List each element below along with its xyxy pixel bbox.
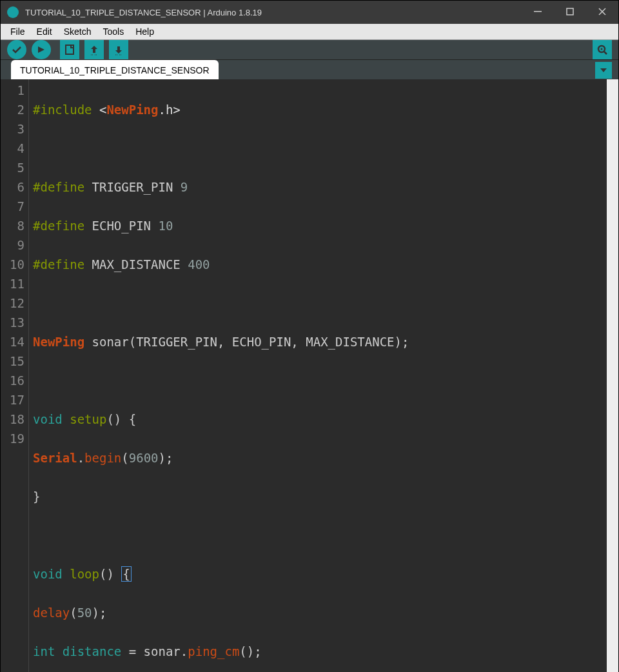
tab-menu-button[interactable] [595,62,612,79]
line-number: 8 [1,216,28,235]
line-number: 13 [1,313,28,332]
line-number: 14 [1,332,28,351]
editor-vertical-scrollbar[interactable] [607,79,618,672]
menu-tools[interactable]: Tools [97,24,130,39]
line-number: 2 [1,100,28,119]
line-number: 12 [1,293,28,313]
line-number: 4 [1,139,28,158]
maximize-button[interactable] [554,1,586,24]
svg-marker-6 [91,46,97,49]
line-number: 11 [1,274,28,293]
svg-marker-10 [115,50,122,54]
tabbar: TUTORIAL_10_TRIPLE_DISTANCE_SENSOR [1,59,618,79]
line-number: 5 [1,158,28,177]
line-number: 7 [1,197,28,216]
svg-line-15 [604,52,607,54]
sketch-tab[interactable]: TUTORIAL_10_TRIPLE_DISTANCE_SENSOR [11,60,219,79]
line-number: 9 [1,235,28,255]
line-number: 3 [1,119,28,139]
svg-point-16 [601,48,603,50]
line-number: 16 [1,371,28,390]
line-number: 18 [1,410,28,429]
arduino-logo-icon [7,6,19,18]
titlebar: TUTORIAL_10_TRIPLE_DISTANCE_SENSOR | Ard… [1,1,618,24]
line-number: 10 [1,255,28,274]
line-number: 1 [1,81,28,100]
minimize-button[interactable] [522,1,554,24]
menu-help[interactable]: Help [130,24,160,39]
line-number: 17 [1,390,28,410]
gutter: 1 2 3 4 5 6 7 8 9 10 11 12 13 14 15 16 1… [1,79,29,672]
svg-rect-11 [117,46,120,50]
line-number: 19 [1,429,28,448]
svg-marker-17 [600,68,607,72]
svg-rect-7 [93,49,95,53]
menu-edit[interactable]: Edit [31,24,58,39]
editor: 1 2 3 4 5 6 7 8 9 10 11 12 13 14 15 16 1… [1,79,618,672]
new-sketch-button[interactable] [60,40,79,59]
close-button[interactable] [586,1,618,24]
line-number: 6 [1,177,28,197]
line-number: 15 [1,351,28,371]
menu-file[interactable]: File [5,24,31,39]
toolbar [1,40,618,59]
verify-button[interactable] [7,40,26,59]
svg-rect-0 [534,11,542,12]
menu-sketch[interactable]: Sketch [58,24,97,39]
svg-marker-4 [38,46,44,53]
arduino-ide-window: TUTORIAL_10_TRIPLE_DISTANCE_SENSOR | Ard… [0,0,619,672]
open-sketch-button[interactable] [84,40,104,59]
svg-rect-5 [66,45,74,54]
code-area[interactable]: #include <NewPing.h> #define TRIGGER_PIN… [29,79,607,672]
window-title: TUTORIAL_10_TRIPLE_DISTANCE_SENSOR | Ard… [25,8,522,17]
serial-monitor-button[interactable] [593,40,612,59]
save-sketch-button[interactable] [109,40,128,59]
upload-button[interactable] [32,40,51,59]
menubar: File Edit Sketch Tools Help [1,24,618,40]
svg-rect-1 [567,8,573,15]
